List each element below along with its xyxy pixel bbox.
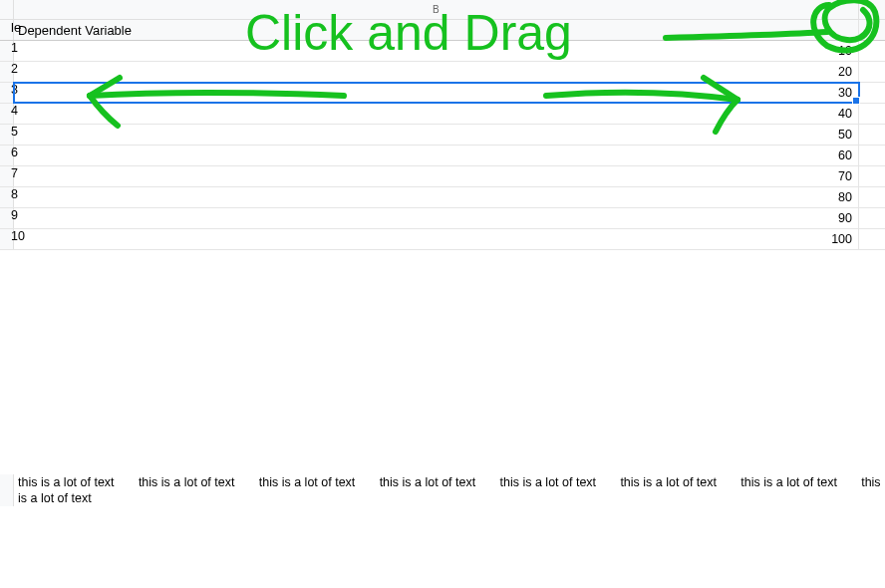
cell-c[interactable] [859,62,885,82]
cell-c[interactable] [859,83,885,103]
cell-b-value: 90 [838,211,852,225]
column-header-b[interactable]: B [14,0,859,19]
cell-a-value: 4 [11,104,18,118]
data-row[interactable]: 990 [0,208,885,229]
cell-c[interactable] [859,166,885,186]
cell-a-value: 7 [11,166,18,180]
longtext-cell[interactable]: this is a lot of text this is a lot of t… [14,474,885,506]
cell-b[interactable]: 100 [14,229,859,249]
cell-b-value: 80 [838,190,852,204]
cell-b[interactable]: 60 [14,146,859,165]
cell-c[interactable] [859,41,885,61]
data-row[interactable]: 440 [0,104,885,125]
cell-a-value: 1 [11,41,18,55]
spreadsheet: B le Dependent Variable 1102203304405506… [0,0,885,588]
cell-b[interactable]: 80 [14,187,859,207]
cell-c[interactable] [859,104,885,124]
cell-b[interactable]: 30 [14,83,859,103]
cell-b-header-text: Dependent Variable [18,23,132,38]
cell-a-value: 5 [11,125,18,139]
data-row[interactable]: 880 [0,187,885,208]
cell-b[interactable]: 90 [14,208,859,228]
cell-b[interactable]: 20 [14,62,859,82]
cell-c[interactable] [859,208,885,228]
data-row[interactable]: 220 [0,62,885,83]
cell-c[interactable] [859,125,885,145]
cell-a-value: 6 [11,146,18,159]
data-row[interactable]: 660 [0,146,885,166]
data-row[interactable]: 770 [0,166,885,187]
cell-b-value: 30 [838,86,852,100]
data-row[interactable]: 10100 [0,229,885,250]
grid-body: le Dependent Variable 110220330440550660… [0,20,885,506]
cell-b-value: 40 [838,107,852,121]
column-header-c[interactable] [859,0,885,19]
cell-a-value: 10 [11,229,25,243]
cell-b[interactable]: 50 [14,125,859,145]
longtext-row[interactable]: this is a lot of text this is a lot of t… [0,474,885,506]
data-row[interactable]: 550 [0,125,885,146]
cell-b-value: 10 [838,44,852,58]
cell-b-header[interactable]: Dependent Variable [14,20,859,40]
corner-cell[interactable] [0,0,14,19]
cell-b[interactable]: 10 [14,41,859,61]
grid-spacer[interactable] [0,250,885,474]
cell-b-value: 50 [838,128,852,142]
data-row[interactable]: 330 [0,83,885,104]
cell-c[interactable] [859,146,885,165]
cell-b-value: 20 [838,65,852,79]
cell-b-value: 60 [838,148,852,162]
data-row[interactable]: 110 [0,41,885,62]
row-number-longtext[interactable] [0,474,14,506]
cell-b-value: 100 [831,232,852,246]
column-header-row: B [0,0,885,20]
cell-a-value: 8 [11,187,18,201]
cell-c[interactable] [859,229,885,249]
cell-c[interactable] [859,187,885,207]
cell-a-value: 2 [11,62,18,76]
cell-b-value: 70 [838,169,852,183]
cell-b[interactable]: 70 [14,166,859,186]
cell-b[interactable]: 40 [14,104,859,124]
cell-c-header[interactable] [859,20,885,40]
cell-a-header-text: le [11,20,21,35]
data-header-row[interactable]: le Dependent Variable [0,20,885,41]
cell-a-value: 9 [11,208,18,222]
